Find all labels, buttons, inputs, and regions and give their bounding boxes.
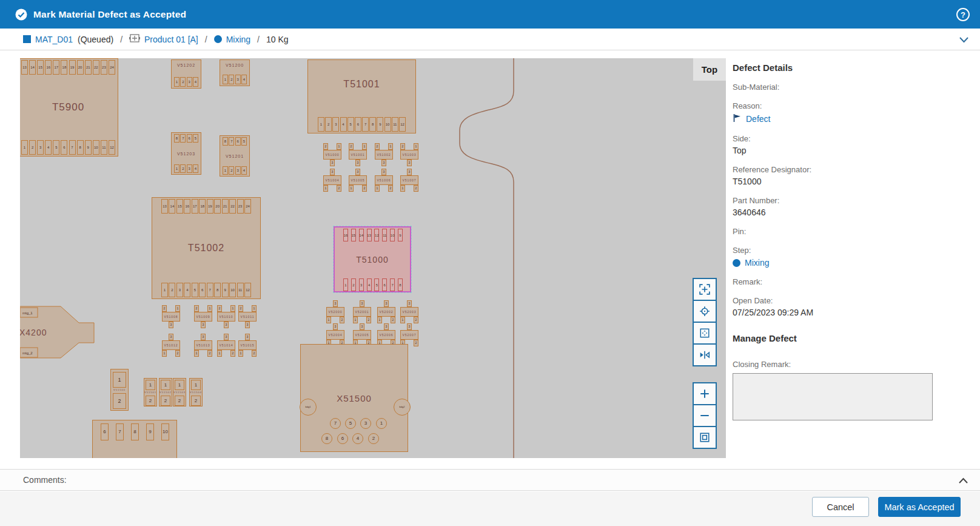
- side-value: Top: [733, 146, 972, 155]
- help-icon[interactable]: ?: [956, 8, 970, 21]
- comments-bar[interactable]: Comments:: [0, 469, 980, 491]
- component-V51203[interactable]: V5120387651234: [171, 132, 201, 175]
- component-T5900[interactable]: T590013141516171819202122232412345678910…: [20, 58, 118, 157]
- component-V51501[interactable]: 12V51501: [144, 378, 157, 406]
- pin: 9: [85, 140, 92, 155]
- component-V51006[interactable]: V51006312: [375, 169, 393, 192]
- cancel-button[interactable]: Cancel: [812, 497, 869, 517]
- component-V51004[interactable]: V51004312: [323, 169, 341, 192]
- pin: 3: [176, 283, 183, 297]
- component-V51504[interactable]: 12V51504: [189, 378, 203, 406]
- component-V52002[interactable]: V52002312: [377, 300, 395, 323]
- sot-body: V52002: [377, 307, 395, 317]
- viewer-toolbar-zoom: [693, 382, 717, 449]
- component-V51001[interactable]: V51001213: [349, 143, 367, 166]
- component-X4200[interactable]: mtg_1mtg_2X4200: [20, 306, 95, 359]
- component-V51201[interactable]: V5120187651234: [220, 135, 250, 177]
- component-label: V51202: [172, 63, 201, 67]
- pin: 6: [337, 433, 348, 444]
- pin: 1: [174, 77, 180, 87]
- svg-text:X4200: X4200: [20, 328, 47, 337]
- fit-to-selection-button[interactable]: [693, 278, 717, 301]
- pin: 1: [191, 380, 201, 390]
- pin: 2: [113, 393, 126, 409]
- side-label: Side:: [733, 134, 972, 143]
- pin: 20: [77, 60, 84, 75]
- component-edge-connector[interactable]: 678910: [92, 420, 177, 458]
- pin: 15: [176, 199, 183, 214]
- pin: 3: [201, 322, 206, 328]
- component-V51005[interactable]: V51005312: [349, 169, 367, 192]
- pin: 10: [390, 229, 395, 241]
- component-label: V51009: [195, 315, 212, 319]
- pin: 22: [93, 60, 99, 75]
- component-V51010[interactable]: V51010213: [217, 305, 235, 328]
- component-V51008[interactable]: V51008213: [162, 305, 180, 328]
- pin: 1: [161, 380, 170, 390]
- breadcrumb-step-link[interactable]: Mixing: [214, 35, 250, 44]
- pin: 1: [326, 317, 331, 323]
- component-V52003[interactable]: V52003312: [400, 300, 418, 323]
- breadcrumb-product-link[interactable]: Product 01 [A]: [129, 34, 198, 44]
- pin: 16: [184, 199, 190, 214]
- defect-component-T51000[interactable]: T5100016151413121110912345678: [334, 226, 411, 292]
- part-number-value: 3640646: [733, 207, 972, 217]
- component-V51003[interactable]: V51003213: [400, 143, 418, 166]
- pin: 5: [53, 140, 59, 155]
- pin: 1: [21, 140, 28, 155]
- pin: 2: [388, 185, 393, 192]
- component-V51500[interactable]: 12V51500: [110, 369, 129, 411]
- breadcrumb-material-link[interactable]: MAT_D01: [23, 35, 73, 44]
- chevron-up-icon[interactable]: [958, 476, 968, 486]
- component-T51002[interactable]: T510021314151617181920212223241234567891…: [152, 197, 261, 299]
- component-V52006[interactable]: V52006312: [377, 323, 395, 346]
- breadcrumb-separator: /: [203, 35, 209, 44]
- component-T51001[interactable]: T51001123456789101112: [307, 59, 416, 133]
- mark-as-accepted-button[interactable]: Mark as Accepted: [878, 497, 961, 517]
- component-V52007[interactable]: V52007312: [400, 323, 418, 346]
- component-V52004[interactable]: V52004312: [326, 323, 344, 346]
- sot-body: V51013: [194, 340, 212, 350]
- step-link[interactable]: Mixing: [733, 258, 972, 268]
- component-V51202[interactable]: V512021234: [171, 59, 201, 89]
- component-V51007[interactable]: V51007312: [400, 169, 418, 192]
- zoom-out-button[interactable]: [693, 404, 717, 427]
- pin: 1: [375, 185, 380, 192]
- component-V52001[interactable]: V52001312: [353, 300, 371, 323]
- step-circle-icon: [214, 35, 222, 43]
- chevron-down-icon[interactable]: [959, 36, 969, 46]
- component-V51014[interactable]: V51014312: [217, 334, 235, 357]
- component-V51011[interactable]: V51011213: [238, 305, 257, 328]
- component-V51502[interactable]: 12V51502: [159, 378, 172, 406]
- component-V52000[interactable]: V52000312: [326, 300, 344, 323]
- component-label: V51014: [218, 343, 235, 347]
- reason-link[interactable]: Defect: [733, 113, 972, 124]
- pin: 16: [45, 60, 52, 75]
- zoom-in-button[interactable]: [693, 382, 717, 405]
- pan-view-button[interactable]: [693, 322, 717, 345]
- product-panel-icon: [129, 34, 140, 44]
- pin: 10: [161, 423, 169, 440]
- pcb-viewer[interactable]: Top T59001314151617181920212223241234567…: [20, 58, 726, 458]
- component-V51503[interactable]: 12V51503: [173, 378, 186, 406]
- pin: 3: [332, 117, 339, 132]
- closing-remark-input[interactable]: [733, 373, 933, 420]
- component-V51000[interactable]: V51000213: [323, 143, 341, 166]
- pin: 17: [53, 60, 59, 75]
- component-label: V51002: [375, 153, 392, 157]
- component-V52005[interactable]: V52005312: [353, 323, 371, 346]
- component-V51009[interactable]: V51009213: [194, 305, 212, 328]
- center-target-button[interactable]: [693, 300, 717, 323]
- component-V51200[interactable]: V512001234: [220, 59, 250, 86]
- mirror-view-button[interactable]: [693, 343, 717, 366]
- pin: 7: [180, 134, 186, 143]
- pin: 1: [337, 143, 341, 150]
- component-V51015[interactable]: V51015312: [238, 334, 257, 357]
- component-V51002[interactable]: V51002213: [375, 143, 393, 166]
- sot-body: V52003: [400, 307, 418, 317]
- component-V51012[interactable]: V51012312: [162, 334, 180, 357]
- component-V51013[interactable]: V51013312: [194, 334, 212, 357]
- component-X51500[interactable]: X51500bdg1bdg275318642: [300, 344, 408, 452]
- fit-to-window-button[interactable]: [693, 426, 717, 449]
- sub-material-label: Sub-Material:: [733, 83, 972, 92]
